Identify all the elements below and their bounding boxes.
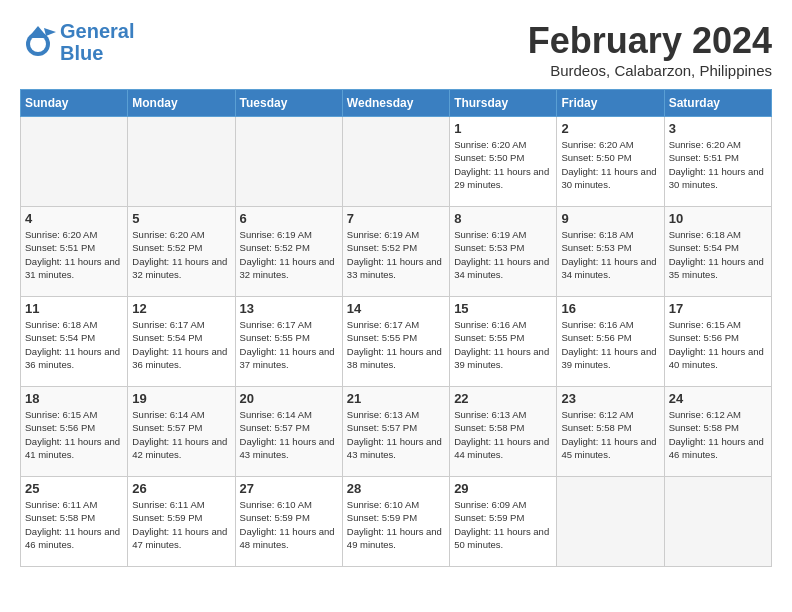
day-cell [342, 117, 449, 207]
day-number: 11 [25, 301, 123, 316]
day-cell: 1Sunrise: 6:20 AM Sunset: 5:50 PM Daylig… [450, 117, 557, 207]
day-info: Sunrise: 6:20 AM Sunset: 5:50 PM Dayligh… [454, 138, 552, 191]
day-number: 17 [669, 301, 767, 316]
weekday-tuesday: Tuesday [235, 90, 342, 117]
day-number: 23 [561, 391, 659, 406]
day-info: Sunrise: 6:19 AM Sunset: 5:52 PM Dayligh… [240, 228, 338, 281]
day-number: 5 [132, 211, 230, 226]
week-row-2: 11Sunrise: 6:18 AM Sunset: 5:54 PM Dayli… [21, 297, 772, 387]
day-number: 1 [454, 121, 552, 136]
day-cell: 22Sunrise: 6:13 AM Sunset: 5:58 PM Dayli… [450, 387, 557, 477]
day-cell: 12Sunrise: 6:17 AM Sunset: 5:54 PM Dayli… [128, 297, 235, 387]
day-cell: 10Sunrise: 6:18 AM Sunset: 5:54 PM Dayli… [664, 207, 771, 297]
day-info: Sunrise: 6:18 AM Sunset: 5:54 PM Dayligh… [25, 318, 123, 371]
weekday-sunday: Sunday [21, 90, 128, 117]
day-number: 14 [347, 301, 445, 316]
day-info: Sunrise: 6:15 AM Sunset: 5:56 PM Dayligh… [25, 408, 123, 461]
day-info: Sunrise: 6:20 AM Sunset: 5:52 PM Dayligh… [132, 228, 230, 281]
day-info: Sunrise: 6:14 AM Sunset: 5:57 PM Dayligh… [240, 408, 338, 461]
day-info: Sunrise: 6:17 AM Sunset: 5:54 PM Dayligh… [132, 318, 230, 371]
page-header: General Blue February 2024 Burdeos, Cala… [20, 20, 772, 79]
day-info: Sunrise: 6:20 AM Sunset: 5:51 PM Dayligh… [25, 228, 123, 281]
day-number: 28 [347, 481, 445, 496]
weekday-monday: Monday [128, 90, 235, 117]
svg-point-1 [30, 36, 46, 52]
day-cell [235, 117, 342, 207]
day-info: Sunrise: 6:13 AM Sunset: 5:58 PM Dayligh… [454, 408, 552, 461]
day-info: Sunrise: 6:20 AM Sunset: 5:50 PM Dayligh… [561, 138, 659, 191]
day-cell: 29Sunrise: 6:09 AM Sunset: 5:59 PM Dayli… [450, 477, 557, 567]
logo-icon [20, 22, 56, 58]
day-cell: 3Sunrise: 6:20 AM Sunset: 5:51 PM Daylig… [664, 117, 771, 207]
day-cell: 14Sunrise: 6:17 AM Sunset: 5:55 PM Dayli… [342, 297, 449, 387]
week-row-0: 1Sunrise: 6:20 AM Sunset: 5:50 PM Daylig… [21, 117, 772, 207]
day-info: Sunrise: 6:11 AM Sunset: 5:59 PM Dayligh… [132, 498, 230, 551]
logo-general: General [60, 20, 134, 42]
day-number: 12 [132, 301, 230, 316]
day-number: 27 [240, 481, 338, 496]
day-info: Sunrise: 6:11 AM Sunset: 5:58 PM Dayligh… [25, 498, 123, 551]
day-number: 19 [132, 391, 230, 406]
day-cell: 11Sunrise: 6:18 AM Sunset: 5:54 PM Dayli… [21, 297, 128, 387]
day-info: Sunrise: 6:18 AM Sunset: 5:54 PM Dayligh… [669, 228, 767, 281]
day-number: 15 [454, 301, 552, 316]
day-info: Sunrise: 6:19 AM Sunset: 5:52 PM Dayligh… [347, 228, 445, 281]
weekday-thursday: Thursday [450, 90, 557, 117]
day-number: 13 [240, 301, 338, 316]
day-info: Sunrise: 6:13 AM Sunset: 5:57 PM Dayligh… [347, 408, 445, 461]
week-row-1: 4Sunrise: 6:20 AM Sunset: 5:51 PM Daylig… [21, 207, 772, 297]
day-cell: 4Sunrise: 6:20 AM Sunset: 5:51 PM Daylig… [21, 207, 128, 297]
day-cell [21, 117, 128, 207]
weekday-wednesday: Wednesday [342, 90, 449, 117]
calendar-table: SundayMondayTuesdayWednesdayThursdayFrid… [20, 89, 772, 567]
day-cell [557, 477, 664, 567]
logo: General Blue [20, 20, 134, 64]
day-number: 29 [454, 481, 552, 496]
day-info: Sunrise: 6:15 AM Sunset: 5:56 PM Dayligh… [669, 318, 767, 371]
day-number: 18 [25, 391, 123, 406]
day-number: 4 [25, 211, 123, 226]
week-row-4: 25Sunrise: 6:11 AM Sunset: 5:58 PM Dayli… [21, 477, 772, 567]
day-number: 25 [25, 481, 123, 496]
day-info: Sunrise: 6:09 AM Sunset: 5:59 PM Dayligh… [454, 498, 552, 551]
day-cell: 24Sunrise: 6:12 AM Sunset: 5:58 PM Dayli… [664, 387, 771, 477]
day-number: 24 [669, 391, 767, 406]
day-cell: 20Sunrise: 6:14 AM Sunset: 5:57 PM Dayli… [235, 387, 342, 477]
day-cell: 23Sunrise: 6:12 AM Sunset: 5:58 PM Dayli… [557, 387, 664, 477]
day-info: Sunrise: 6:12 AM Sunset: 5:58 PM Dayligh… [561, 408, 659, 461]
day-info: Sunrise: 6:10 AM Sunset: 5:59 PM Dayligh… [347, 498, 445, 551]
day-number: 21 [347, 391, 445, 406]
day-info: Sunrise: 6:10 AM Sunset: 5:59 PM Dayligh… [240, 498, 338, 551]
logo-blue: Blue [60, 42, 134, 64]
day-cell: 21Sunrise: 6:13 AM Sunset: 5:57 PM Dayli… [342, 387, 449, 477]
day-number: 3 [669, 121, 767, 136]
day-info: Sunrise: 6:17 AM Sunset: 5:55 PM Dayligh… [347, 318, 445, 371]
day-cell: 16Sunrise: 6:16 AM Sunset: 5:56 PM Dayli… [557, 297, 664, 387]
day-cell: 8Sunrise: 6:19 AM Sunset: 5:53 PM Daylig… [450, 207, 557, 297]
weekday-header-row: SundayMondayTuesdayWednesdayThursdayFrid… [21, 90, 772, 117]
day-number: 22 [454, 391, 552, 406]
day-number: 16 [561, 301, 659, 316]
location: Burdeos, Calabarzon, Philippines [528, 62, 772, 79]
day-cell: 25Sunrise: 6:11 AM Sunset: 5:58 PM Dayli… [21, 477, 128, 567]
day-cell: 27Sunrise: 6:10 AM Sunset: 5:59 PM Dayli… [235, 477, 342, 567]
day-number: 8 [454, 211, 552, 226]
day-cell: 5Sunrise: 6:20 AM Sunset: 5:52 PM Daylig… [128, 207, 235, 297]
day-info: Sunrise: 6:16 AM Sunset: 5:56 PM Dayligh… [561, 318, 659, 371]
day-info: Sunrise: 6:12 AM Sunset: 5:58 PM Dayligh… [669, 408, 767, 461]
day-cell: 17Sunrise: 6:15 AM Sunset: 5:56 PM Dayli… [664, 297, 771, 387]
day-info: Sunrise: 6:18 AM Sunset: 5:53 PM Dayligh… [561, 228, 659, 281]
day-info: Sunrise: 6:17 AM Sunset: 5:55 PM Dayligh… [240, 318, 338, 371]
day-cell [664, 477, 771, 567]
day-number: 7 [347, 211, 445, 226]
day-info: Sunrise: 6:14 AM Sunset: 5:57 PM Dayligh… [132, 408, 230, 461]
day-cell: 18Sunrise: 6:15 AM Sunset: 5:56 PM Dayli… [21, 387, 128, 477]
day-number: 6 [240, 211, 338, 226]
day-number: 10 [669, 211, 767, 226]
day-number: 20 [240, 391, 338, 406]
title-block: February 2024 Burdeos, Calabarzon, Phili… [528, 20, 772, 79]
day-cell: 26Sunrise: 6:11 AM Sunset: 5:59 PM Dayli… [128, 477, 235, 567]
day-info: Sunrise: 6:20 AM Sunset: 5:51 PM Dayligh… [669, 138, 767, 191]
day-info: Sunrise: 6:16 AM Sunset: 5:55 PM Dayligh… [454, 318, 552, 371]
calendar-body: 1Sunrise: 6:20 AM Sunset: 5:50 PM Daylig… [21, 117, 772, 567]
